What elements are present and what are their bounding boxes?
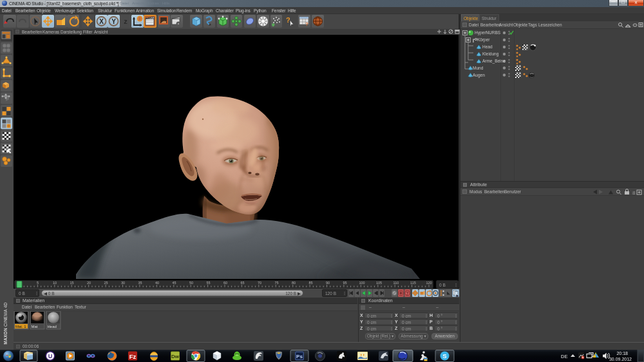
svg-text:90: 90: [326, 281, 330, 285]
svg-text:95: 95: [343, 281, 346, 285]
svg-text:85: 85: [308, 281, 312, 285]
svg-text:60: 60: [223, 281, 227, 285]
svg-text:30.09.2012: 30.09.2012: [609, 357, 632, 361]
svg-text:X: X: [99, 18, 104, 25]
svg-text:40: 40: [155, 281, 159, 285]
svg-text:35: 35: [138, 281, 142, 285]
svg-text:?: ?: [406, 291, 408, 296]
svg-text:U: U: [48, 353, 53, 359]
svg-text:Y: Y: [111, 18, 116, 25]
svg-text:?: ?: [305, 21, 308, 27]
svg-text:105: 105: [376, 281, 382, 285]
svg-text:110: 110: [393, 281, 399, 285]
svg-text:z: z: [124, 17, 128, 25]
svg-text:15: 15: [70, 281, 73, 285]
svg-text:115: 115: [410, 281, 416, 285]
svg-text:8: 8: [632, 190, 636, 196]
svg-text:Head: Head: [48, 325, 57, 329]
svg-text:50: 50: [189, 281, 193, 285]
svg-text:100: 100: [359, 281, 365, 285]
svg-text:55: 55: [206, 281, 210, 285]
svg-text:20:18: 20:18: [616, 351, 628, 356]
svg-text:70: 70: [258, 281, 261, 285]
svg-text:120: 120: [426, 281, 431, 285]
svg-text:Mat: Mat: [32, 325, 38, 329]
svg-text:10: 10: [53, 281, 57, 285]
svg-text:DE: DE: [561, 354, 567, 359]
svg-text:Ps: Ps: [296, 354, 303, 359]
svg-text:80: 80: [292, 281, 296, 285]
svg-text:5: 5: [37, 281, 39, 285]
svg-text:S: S: [442, 352, 446, 359]
svg-text:25: 25: [104, 281, 108, 285]
svg-text:Dw: Dw: [171, 354, 180, 359]
svg-text:75: 75: [274, 281, 278, 285]
svg-text:65: 65: [240, 281, 244, 285]
svg-text:Mat. 1: Mat. 1: [15, 325, 26, 329]
svg-text:Fz: Fz: [129, 353, 137, 360]
svg-text:20: 20: [87, 281, 91, 285]
svg-text:45: 45: [172, 281, 176, 285]
svg-text:30: 30: [121, 281, 125, 285]
